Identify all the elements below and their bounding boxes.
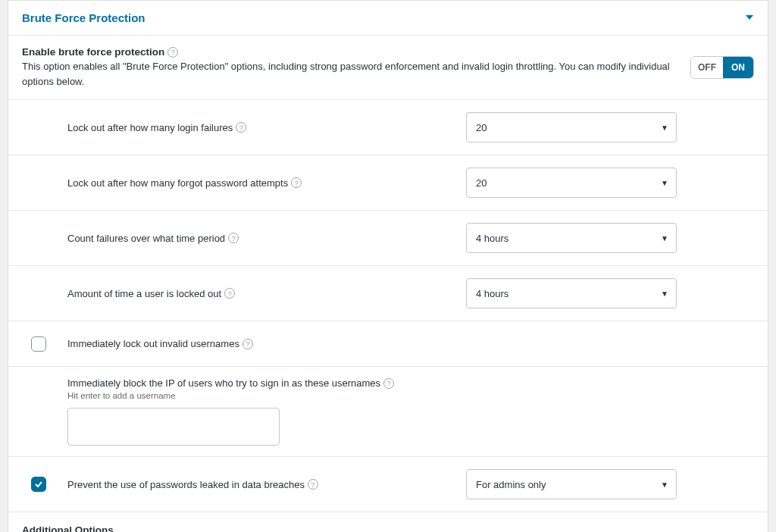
invalid-usernames-checkbox[interactable] (31, 336, 46, 352)
select-value: 20 (476, 122, 487, 133)
toggle-on[interactable]: ON (723, 57, 753, 78)
section-header[interactable]: Brute Force Protection (8, 1, 768, 36)
leaked-passwords-label: Prevent the use of passwords leaked in d… (67, 479, 318, 490)
forgot-password-label: Lock out after how many forgot password … (67, 177, 302, 189)
lockout-time-row: Amount of time a user is locked out ? 4 … (8, 266, 768, 321)
collapse-caret-icon[interactable] (745, 12, 754, 23)
leaked-passwords-select[interactable]: For admins only ▼ (466, 469, 677, 499)
help-icon[interactable]: ? (228, 233, 239, 243)
forgot-password-select[interactable]: 20 ▼ (466, 167, 677, 198)
help-icon[interactable]: ? (242, 339, 253, 349)
login-failures-select[interactable]: 20 ▼ (466, 112, 677, 142)
leaked-passwords-checkbox[interactable] (31, 477, 46, 492)
chevron-down-icon: ▼ (661, 179, 668, 187)
select-value: For admins only (476, 479, 546, 490)
forgot-password-row: Lock out after how many forgot password … (8, 155, 768, 211)
enable-toggle[interactable]: OFF ON (690, 56, 754, 79)
chevron-down-icon: ▼ (661, 234, 668, 243)
enable-row: Enable brute force protection ? This opt… (8, 36, 768, 100)
block-ip-row: Immediately block the IP of users who tr… (8, 367, 768, 457)
leaked-passwords-row: Prevent the use of passwords leaked in d… (8, 457, 768, 512)
help-icon[interactable]: ? (291, 177, 302, 188)
time-period-label: Count failures over what time period ? (67, 233, 239, 244)
help-icon[interactable]: ? (236, 122, 246, 133)
login-failures-label: Lock out after how many login failures ? (67, 122, 246, 133)
chevron-down-icon: ▼ (661, 124, 668, 132)
help-icon[interactable]: ? (383, 378, 394, 389)
help-icon[interactable]: ? (167, 47, 178, 58)
invalid-usernames-row: Immediately lock out invalid usernames ? (8, 321, 768, 367)
brute-force-panel: Brute Force Protection Enable brute forc… (8, 0, 768, 532)
lockout-time-select[interactable]: 4 hours ▼ (466, 278, 677, 308)
additional-options-header: Additional Options (8, 512, 768, 532)
block-ip-label: Immediately block the IP of users who tr… (67, 377, 394, 389)
select-value: 4 hours (476, 233, 508, 244)
section-title: Brute Force Protection (22, 11, 146, 24)
enable-title: Enable brute force protection ? (22, 46, 178, 58)
invalid-usernames-label: Immediately lock out invalid usernames ? (67, 338, 253, 349)
enable-description: This option enables all "Brute Force Pro… (22, 59, 675, 89)
login-failures-row: Lock out after how many login failures ?… (8, 100, 768, 155)
toggle-off[interactable]: OFF (691, 57, 723, 78)
select-value: 4 hours (476, 288, 508, 299)
lockout-time-label: Amount of time a user is locked out ? (67, 288, 235, 299)
help-icon[interactable]: ? (224, 288, 235, 299)
block-ip-sublabel: Hit enter to add a username (67, 391, 451, 400)
time-period-select[interactable]: 4 hours ▼ (466, 223, 677, 253)
chevron-down-icon: ▼ (661, 289, 668, 298)
select-value: 20 (476, 177, 487, 189)
enable-title-text: Enable brute force protection (22, 46, 164, 58)
chevron-down-icon: ▼ (661, 480, 668, 489)
time-period-row: Count failures over what time period ? 4… (8, 211, 768, 266)
help-icon[interactable]: ? (308, 479, 318, 490)
usernames-input[interactable] (67, 408, 280, 446)
